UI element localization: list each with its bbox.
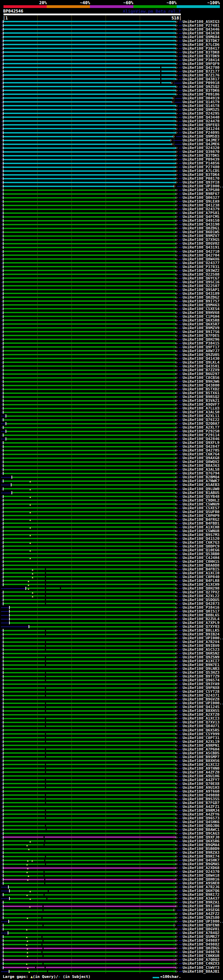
hit-bar[interactable]: [3, 775, 176, 776]
alignment-row[interactable]: ▷UniRef100_C0PT31: [0, 736, 223, 740]
hit-bar[interactable]: [3, 772, 176, 773]
hit-bar[interactable]: [3, 365, 176, 367]
alignment-row[interactable]: ▲▷UniRef100_Q5UFR0: [0, 510, 223, 514]
hit-bar[interactable]: [3, 182, 176, 183]
hit-bar[interactable]: [3, 944, 176, 945]
hit-label[interactable]: UniRef100_O22508: [183, 272, 220, 276]
hit-bar[interactable]: [3, 170, 176, 172]
hit-bar[interactable]: [3, 883, 176, 884]
hit-bar[interactable]: [3, 385, 176, 386]
hit-bar[interactable]: [3, 951, 176, 953]
hit-label[interactable]: UniRef100_P37831: [183, 265, 220, 269]
alignment-row[interactable]: ▷UniRef100_B8XH56: [0, 759, 223, 763]
hit-label[interactable]: UniRef100_Q8W4X6: [183, 257, 220, 261]
hit-bar[interactable]: [3, 572, 176, 574]
hit-bar[interactable]: [3, 132, 176, 134]
hit-bar[interactable]: [9, 921, 176, 922]
hit-bar[interactable]: [3, 143, 172, 145]
alignment-row[interactable]: ▷UniRef100_P27481: [0, 24, 223, 27]
hit-bar[interactable]: [3, 657, 176, 658]
hit-bar[interactable]: [26, 587, 176, 589]
hit-bar[interactable]: [3, 458, 176, 459]
hit-bar[interactable]: [3, 802, 176, 803]
hit-bar[interactable]: [3, 687, 176, 689]
hit-bar[interactable]: [3, 296, 176, 298]
hit-bar[interactable]: [3, 44, 176, 45]
hit-label[interactable]: UniRef100_A4ZFZ0: [183, 770, 220, 774]
hit-label[interactable]: UniRef100_Q9SC16: [183, 280, 220, 284]
alignment-row[interactable]: ▷UniRef100_P37831: [0, 265, 223, 269]
hit-bar[interactable]: [3, 113, 176, 114]
hit-bar[interactable]: [3, 653, 176, 654]
hit-label[interactable]: UniRef100_Q5YB48: [183, 495, 220, 498]
hit-bar[interactable]: [3, 251, 176, 252]
hit-bar[interactable]: [3, 124, 176, 126]
alignment-row[interactable]: ▷UniRef100_A9THN0: [0, 767, 223, 770]
hit-bar[interactable]: [3, 553, 176, 555]
hit-bar[interactable]: [3, 228, 176, 229]
hit-bar[interactable]: [6, 438, 176, 440]
hit-bar[interactable]: [3, 285, 176, 286]
hit-bar[interactable]: [3, 684, 176, 685]
hit-bar[interactable]: [3, 262, 176, 264]
hit-label[interactable]: UniRef100_Q43438: [183, 31, 220, 35]
hit-bar[interactable]: [3, 722, 176, 723]
hit-label[interactable]: UniRef100_B8AJB1: [183, 970, 220, 974]
hit-bar[interactable]: [3, 281, 176, 283]
hit-bar[interactable]: [3, 232, 176, 233]
hit-label[interactable]: UniRef100_C0PHP9: [183, 514, 220, 518]
hit-bar[interactable]: [3, 109, 176, 110]
hit-label[interactable]: UniRef100_Q9SAP1: [183, 288, 220, 292]
alignment-row[interactable]: ▷UniRef100_C5XES7: [0, 506, 223, 510]
hit-bar[interactable]: [3, 51, 176, 53]
hit-bar[interactable]: [3, 373, 176, 375]
hit-bar[interactable]: [3, 331, 176, 332]
alignment-row[interactable]: ▷UniRef100_O24377: [0, 261, 223, 265]
hit-bar[interactable]: [3, 760, 176, 761]
hit-label[interactable]: UniRef100_Q93WZ2: [183, 269, 220, 272]
hit-bar[interactable]: [3, 224, 176, 225]
hit-bar[interactable]: [3, 959, 176, 961]
alignment-row[interactable]: ▲▷UniRef100_B9S7M3: [0, 533, 223, 537]
hit-bar[interactable]: [3, 208, 176, 210]
hit-bar[interactable]: [3, 82, 171, 83]
hit-bar[interactable]: [3, 174, 176, 175]
hit-bar[interactable]: [3, 389, 176, 390]
hit-bar[interactable]: [3, 695, 176, 696]
hit-bar[interactable]: [3, 703, 176, 704]
hit-bar[interactable]: [3, 507, 176, 509]
hit-bar[interactable]: [3, 825, 176, 826]
alignment-row[interactable]: ▷UniRef100_B3TDK8: [0, 51, 223, 54]
hit-bar[interactable]: [3, 354, 176, 355]
hit-bar[interactable]: [3, 630, 176, 631]
hit-bar[interactable]: [3, 879, 176, 880]
hit-label[interactable]: UniRef100_Q5UFR0: [183, 510, 220, 514]
alignment-row[interactable]: ▲▷UniRef100_C4NZX3: [0, 962, 223, 966]
hit-label[interactable]: UniRef100_O24377: [183, 261, 220, 265]
hit-bar[interactable]: [3, 369, 176, 371]
alignment-row[interactable]: ▷UniRef100_C5Y999: [0, 732, 223, 736]
hit-bar[interactable]: [3, 672, 176, 673]
hit-bar[interactable]: [3, 913, 176, 915]
hit-bar[interactable]: [3, 844, 176, 845]
hit-bar[interactable]: [3, 576, 176, 578]
hit-label[interactable]: UniRef100_A1XCH8: [183, 525, 220, 529]
hit-bar[interactable]: [3, 561, 176, 562]
hit-label[interactable]: UniRef100_Q6X5R5: [183, 728, 220, 732]
hit-bar[interactable]: [3, 718, 176, 719]
hit-bar[interactable]: [3, 530, 176, 531]
hit-bar[interactable]: [3, 676, 176, 677]
hit-bar[interactable]: [3, 691, 176, 692]
hit-bar[interactable]: [3, 293, 176, 294]
hit-bar[interactable]: [3, 434, 176, 436]
hit-bar[interactable]: [3, 255, 176, 256]
hit-bar[interactable]: [3, 197, 176, 199]
hit-label[interactable]: UniRef100_Q84U71: [183, 724, 220, 728]
hit-bar[interactable]: [3, 565, 176, 566]
hit-label[interactable]: UniRef100_A7P6H4: [183, 748, 220, 751]
hit-bar[interactable]: [3, 733, 176, 735]
hit-bar[interactable]: [3, 867, 176, 869]
alignment-row[interactable]: ▷UniRef100_A5AEB3: [0, 483, 223, 487]
hit-bar[interactable]: [3, 813, 176, 815]
alignment-row[interactable]: ▷UniRef100_Q42710: [0, 250, 223, 253]
